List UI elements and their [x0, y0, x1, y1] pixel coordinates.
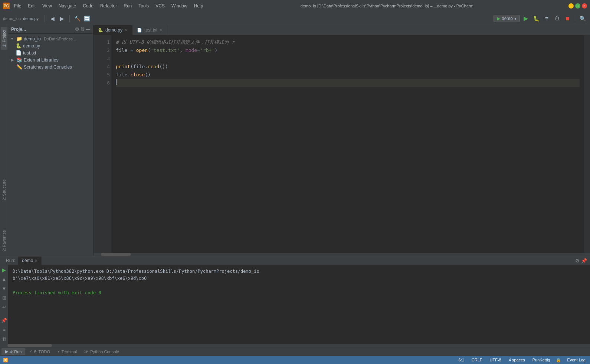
tree-label-ext-libs: External Libraries — [24, 57, 58, 63]
code-var-file3: file — [116, 71, 127, 79]
sidebar-tab-project[interactable]: 1: Project — [1, 27, 7, 50]
event-log[interactable]: Event Log — [566, 358, 587, 362]
tools-tab-todo[interactable]: ✓ 6: TODO — [25, 348, 54, 355]
run-wrap-icon[interactable]: ↵ — [1, 304, 7, 311]
arrow-ext-libs: ▶ — [11, 58, 15, 62]
sidebar-tab-favorites[interactable]: 2: Favorites — [1, 227, 7, 254]
code-fn-read: read — [148, 63, 159, 71]
menu-file[interactable]: File — [12, 3, 23, 9]
run-scroll-down-icon[interactable]: ▼ — [1, 285, 7, 292]
code-line-6[interactable]: ​ — [116, 79, 580, 87]
encoding[interactable]: UTF-8 — [488, 358, 503, 362]
tree-label-demo-io: demo_io — [24, 36, 41, 42]
sync-button[interactable]: 🔄 — [82, 14, 91, 23]
build-button[interactable]: 🔨 — [73, 14, 82, 23]
line-num-5: 5 — [95, 71, 110, 79]
menu-edit[interactable]: Edit — [26, 3, 38, 9]
tools-tab-python-console[interactable]: ≫ Python Console — [81, 348, 123, 355]
back-button[interactable]: ◀ — [48, 14, 57, 23]
bottom-scrollbar[interactable] — [0, 344, 590, 347]
close-run-tab[interactable]: ✕ — [35, 259, 37, 263]
code-editor[interactable]: 1 2 3 4 5 6 # 以 UTF-8 的编码格式打开指定文件，打开模式为 … — [94, 35, 590, 253]
gear-icon[interactable]: ⚙ — [75, 27, 79, 32]
close-tab-demo-py[interactable]: ✕ — [125, 28, 128, 32]
window-controls: ─ □ ✕ — [568, 3, 587, 9]
status-bar: 🔀 6:1 CRLF UTF-8 4 spaces PunKettig 🔒 Ev… — [0, 356, 590, 364]
editor-tab-demo-py[interactable]: 🐍 demo.py ✕ — [94, 25, 132, 35]
run-list-icon[interactable]: ≡ — [2, 326, 6, 333]
tree-item-scratches[interactable]: ▶ ✏️ Scratches and Consoles — [8, 63, 93, 70]
close-button[interactable]: ✕ — [582, 3, 587, 9]
console-line-4: Process finished with exit code 0 — [13, 289, 586, 297]
extra-info[interactable]: PunKettig — [531, 358, 552, 362]
console-line-3 — [13, 282, 586, 289]
toolbar-separator-1 — [45, 15, 45, 22]
menu-code[interactable]: Code — [81, 3, 96, 9]
stop-button[interactable]: ⏹ — [563, 14, 572, 23]
todo-tab-icon: ✓ — [29, 349, 32, 354]
line-numbers: 1 2 3 4 5 6 — [94, 35, 111, 253]
line-ending[interactable]: CRLF — [470, 358, 484, 362]
tools-tab-terminal[interactable]: ▸ Terminal — [54, 348, 81, 355]
tree-item-demo-py[interactable]: 🐍 demo.py — [8, 42, 93, 49]
menu-help[interactable]: Help — [192, 3, 206, 9]
forward-button[interactable]: ▶ — [58, 14, 66, 23]
debug-button[interactable]: 🐛 — [532, 14, 541, 23]
editor-tab-test-txt[interactable]: 📄 test.txt ✕ — [132, 25, 167, 35]
run-scroll-up-icon[interactable]: ▲ — [1, 276, 7, 283]
sort-icon[interactable]: ⇅ — [81, 27, 84, 32]
project-title: Proje... — [11, 27, 26, 32]
maximize-button[interactable]: □ — [575, 3, 580, 9]
scrollbar-thumb[interactable] — [101, 253, 131, 256]
bottom-content: ▶ ▲ ▼ ⊞ ↵ 📌 ≡ 🗑 D:\Data\Tools\Python382\… — [0, 265, 590, 344]
folder-icon-demo-io: 📁 — [16, 36, 22, 42]
run-toggle-icon[interactable]: ⊞ — [1, 294, 7, 301]
code-content[interactable]: # 以 UTF-8 的编码格式打开指定文件，打开模式为 r file = ope… — [111, 35, 584, 253]
run-config-selector[interactable]: ▶ demo ▾ — [494, 15, 520, 22]
pin-icon[interactable]: 📌 — [581, 258, 587, 264]
tree-item-demo-io[interactable]: ▾ 📁 demo_io D:\Data\Profess... — [8, 35, 93, 42]
close-tab-test-txt[interactable]: ✕ — [160, 28, 163, 32]
py-tab-icon: 🐍 — [98, 28, 103, 33]
sidebar-tab-structure[interactable]: 2: Structure — [1, 176, 7, 203]
bottom-scrollbar-thumb[interactable] — [7, 344, 52, 347]
search-everywhere-button[interactable]: 🔍 — [578, 14, 587, 23]
toolbar-separator-3 — [575, 15, 575, 22]
console-line-1: D:\Data\Tools\Python382\python.exe D:/Da… — [13, 268, 586, 275]
tree-label-demo-py: demo.py — [23, 43, 40, 49]
scratch-icon: ✏️ — [16, 64, 22, 70]
menu-tools[interactable]: Tools — [136, 3, 151, 9]
bottom-tab-demo[interactable]: demo ✕ — [18, 257, 42, 265]
tools-tab-run[interactable]: ▶ 4: Run — [1, 348, 25, 355]
collapse-icon[interactable]: — — [86, 27, 90, 32]
minimize-button[interactable]: ─ — [568, 3, 574, 9]
code-fn-open: open — [136, 46, 148, 54]
coverage-button[interactable]: ☂ — [542, 14, 551, 23]
left-sidebar-tabs: 1: Project 2: Structure 2: Favorites — [0, 25, 8, 256]
settings-icon[interactable]: ⚙ — [575, 258, 580, 264]
menu-vcs[interactable]: VCS — [153, 3, 167, 9]
project-tree: ▾ 📁 demo_io D:\Data\Profess... 🐍 demo.py… — [8, 34, 93, 256]
horizontal-scrollbar[interactable] — [94, 253, 590, 256]
tree-item-ext-libs[interactable]: ▶ 📚 External Libraries — [8, 56, 93, 63]
cursor-position[interactable]: 6:1 — [457, 358, 466, 362]
code-str-rb: 'rb+' — [200, 46, 214, 54]
menu-refactor[interactable]: Refactor — [98, 3, 119, 9]
status-left: 🔀 — [3, 358, 8, 363]
indent[interactable]: 4 spaces — [507, 358, 527, 362]
line-num-6: 6 — [95, 79, 110, 87]
menu-run[interactable]: Run — [121, 3, 134, 9]
run-button[interactable]: ▶ — [521, 14, 530, 23]
profile-button[interactable]: ⏱ — [553, 14, 561, 23]
run-trash-icon[interactable]: 🗑 — [1, 335, 7, 343]
right-gutter — [584, 35, 590, 253]
menu-navigate[interactable]: Navigate — [56, 3, 78, 9]
menu-view[interactable]: View — [40, 3, 54, 9]
tree-item-test-txt[interactable]: 📄 test.txt — [8, 49, 93, 56]
line-num-2: 2 — [95, 46, 110, 54]
menu-window[interactable]: Window — [169, 3, 190, 9]
code-line-2: file = open('test.txt', mode='rb+') — [116, 46, 580, 54]
run-pin-icon[interactable]: 📌 — [0, 317, 8, 324]
code-line-5: file.close() — [116, 71, 580, 79]
run-play-icon[interactable]: ▶ — [1, 267, 7, 274]
